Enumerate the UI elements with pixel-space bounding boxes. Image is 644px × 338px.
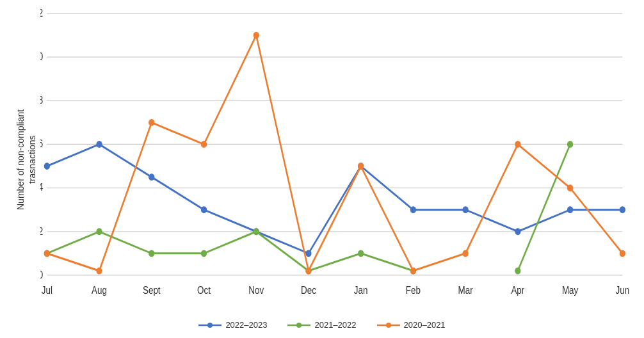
svg-point-52 xyxy=(254,32,259,38)
svg-point-54 xyxy=(358,163,364,170)
svg-point-34 xyxy=(463,207,468,213)
svg-text:Nov: Nov xyxy=(248,285,264,296)
svg-text:6: 6 xyxy=(40,138,43,149)
svg-point-33 xyxy=(410,207,415,213)
legend-item-1: 2021–2022 xyxy=(287,320,356,330)
svg-text:Aug: Aug xyxy=(92,285,107,296)
svg-point-40 xyxy=(149,250,154,257)
svg-point-61 xyxy=(207,323,213,328)
svg-point-46 xyxy=(515,268,520,274)
svg-point-42 xyxy=(254,229,259,235)
svg-text:Jan: Jan xyxy=(354,285,368,296)
svg-point-65 xyxy=(386,323,391,328)
svg-point-29 xyxy=(201,207,206,213)
svg-point-28 xyxy=(149,174,154,181)
svg-text:8: 8 xyxy=(40,95,43,106)
svg-text:12: 12 xyxy=(40,8,43,19)
svg-text:Sept: Sept xyxy=(143,285,161,296)
svg-text:10: 10 xyxy=(40,51,43,62)
svg-point-44 xyxy=(358,250,364,257)
legend-label-2: 2020–2021 xyxy=(404,320,446,330)
svg-point-39 xyxy=(97,229,102,235)
svg-text:Dec: Dec xyxy=(301,285,316,296)
svg-point-37 xyxy=(620,207,625,213)
svg-point-56 xyxy=(463,250,468,257)
svg-point-26 xyxy=(44,163,49,170)
svg-text:4: 4 xyxy=(40,182,43,193)
svg-text:Feb: Feb xyxy=(406,285,421,296)
svg-point-63 xyxy=(296,323,302,328)
svg-point-57 xyxy=(515,141,520,148)
svg-point-36 xyxy=(567,207,572,213)
svg-point-53 xyxy=(306,268,311,274)
svg-point-41 xyxy=(201,250,206,257)
chart-svg: 024681012JulAugSeptOctNovDecJanFebMarApr… xyxy=(40,6,636,314)
svg-point-55 xyxy=(410,268,415,274)
svg-text:Jun: Jun xyxy=(616,285,630,296)
svg-text:2: 2 xyxy=(40,226,43,237)
svg-point-31 xyxy=(306,250,311,257)
svg-point-59 xyxy=(620,250,625,257)
svg-text:Apr: Apr xyxy=(511,285,524,296)
chart-container: Number of non-complianttrasnactions 0246… xyxy=(8,6,636,332)
y-axis-label: Number of non-complianttrasnactions xyxy=(8,6,40,314)
chart-legend: 2022–20232021–20222020–2021 xyxy=(8,314,636,332)
svg-point-27 xyxy=(97,141,102,148)
svg-text:Jul: Jul xyxy=(42,285,52,296)
chart-plot: 024681012JulAugSeptOctNovDecJanFebMarApr… xyxy=(40,6,636,314)
svg-text:May: May xyxy=(562,285,579,296)
svg-point-49 xyxy=(97,268,102,274)
legend-item-2: 2020–2021 xyxy=(377,320,446,330)
svg-point-48 xyxy=(44,250,49,257)
svg-text:Oct: Oct xyxy=(197,285,211,296)
svg-text:Mar: Mar xyxy=(458,285,473,296)
svg-point-51 xyxy=(201,141,206,148)
svg-point-50 xyxy=(149,120,154,126)
legend-label-1: 2021–2022 xyxy=(314,320,356,330)
svg-point-47 xyxy=(567,141,572,148)
legend-item-0: 2022–2023 xyxy=(198,320,267,330)
svg-point-35 xyxy=(515,229,520,235)
legend-label-0: 2022–2023 xyxy=(225,320,267,330)
svg-text:0: 0 xyxy=(40,270,43,280)
svg-point-58 xyxy=(567,185,572,191)
